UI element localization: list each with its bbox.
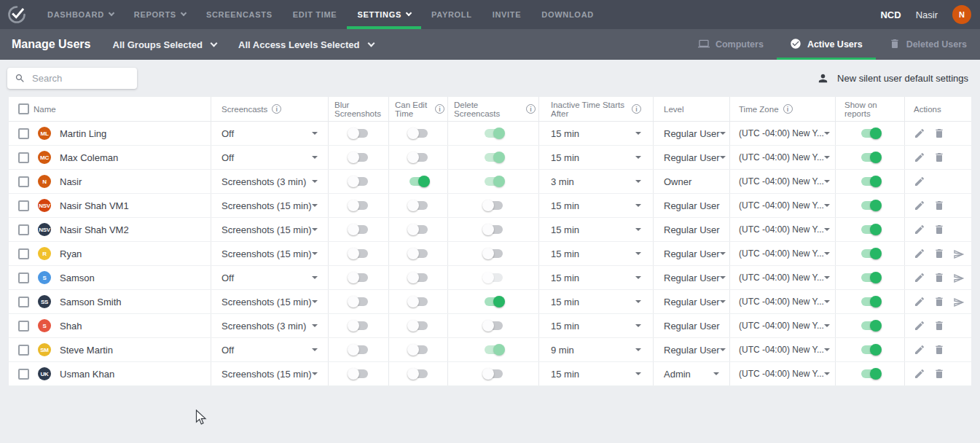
resend-invite-button[interactable]: [953, 296, 965, 307]
edit-user-button[interactable]: [914, 200, 925, 211]
row-checkbox[interactable]: [18, 224, 29, 235]
screencasts-dropdown[interactable]: Screenshots (3 min): [211, 170, 328, 193]
row-checkbox[interactable]: [18, 248, 29, 259]
can-edit-time-toggle[interactable]: [409, 345, 428, 354]
timezone-dropdown[interactable]: (UTC -04:00) New Y...: [729, 170, 835, 193]
blur-screenshots-toggle[interactable]: [350, 273, 368, 282]
inactive-time-dropdown[interactable]: 15 min: [538, 314, 653, 337]
search-input[interactable]: [32, 73, 127, 84]
edit-user-button[interactable]: [914, 368, 925, 380]
edit-user-button[interactable]: [914, 152, 925, 163]
search-box[interactable]: [7, 68, 137, 89]
nav-dashboard[interactable]: DASHBOARD: [37, 0, 124, 29]
delete-screencasts-toggle[interactable]: [485, 297, 503, 306]
row-checkbox[interactable]: [18, 321, 29, 332]
timezone-dropdown[interactable]: (UTC -04:00) New Y...: [729, 266, 835, 289]
info-icon[interactable]: i: [272, 104, 281, 114]
can-edit-time-toggle[interactable]: [409, 153, 428, 162]
edit-user-button[interactable]: [914, 344, 925, 356]
can-edit-time-toggle[interactable]: [409, 249, 428, 258]
timezone-dropdown[interactable]: (UTC -04:00) New Y...: [729, 146, 835, 169]
row-checkbox[interactable]: [18, 345, 29, 356]
inactive-time-dropdown[interactable]: 15 min: [538, 242, 653, 265]
timezone-dropdown[interactable]: (UTC -04:00) New Y...: [729, 338, 835, 361]
delete-screencasts-toggle[interactable]: [485, 153, 503, 162]
show-on-reports-toggle[interactable]: [861, 321, 879, 330]
inactive-time-dropdown[interactable]: 9 min: [538, 338, 653, 361]
nav-reports[interactable]: REPORTS: [124, 0, 196, 29]
inactive-time-dropdown[interactable]: 15 min: [538, 266, 653, 289]
inactive-time-dropdown[interactable]: 15 min: [538, 218, 653, 241]
nav-invite[interactable]: INVITE: [482, 0, 532, 29]
inactive-time-dropdown[interactable]: 15 min: [538, 122, 653, 145]
screencasts-dropdown[interactable]: Screenshots (3 min): [211, 314, 328, 337]
delete-user-button[interactable]: [933, 344, 945, 356]
screencasts-dropdown[interactable]: Screenshots (15 min): [211, 242, 328, 265]
delete-user-button[interactable]: [933, 248, 945, 259]
delete-user-button[interactable]: [933, 224, 945, 235]
inactive-time-dropdown[interactable]: 15 min: [538, 362, 653, 385]
level-dropdown[interactable]: Regular User: [653, 146, 729, 169]
can-edit-time-toggle[interactable]: [409, 297, 428, 306]
tab-deleted-users[interactable]: Deleted Users: [876, 29, 980, 60]
edit-user-button[interactable]: [914, 320, 925, 332]
new-silent-user-button[interactable]: New silent user default settings: [817, 72, 968, 85]
blur-screenshots-toggle[interactable]: [350, 129, 368, 138]
inactive-time-dropdown[interactable]: 15 min: [538, 146, 653, 169]
tab-active-users[interactable]: Active Users: [777, 29, 876, 60]
can-edit-time-toggle[interactable]: [409, 321, 428, 330]
edit-user-button[interactable]: [914, 128, 925, 139]
row-checkbox[interactable]: [18, 152, 29, 163]
nav-screencasts[interactable]: SCREENCASTS: [196, 0, 283, 29]
blur-screenshots-toggle[interactable]: [350, 345, 368, 354]
can-edit-time-toggle[interactable]: [409, 369, 428, 378]
inactive-time-dropdown[interactable]: 15 min: [538, 194, 653, 217]
screencasts-dropdown[interactable]: Screenshots (15 min): [211, 218, 328, 241]
nav-edit-time[interactable]: EDIT TIME: [283, 0, 348, 29]
info-icon[interactable]: i: [632, 104, 641, 114]
show-on-reports-toggle[interactable]: [861, 177, 879, 186]
nav-payroll[interactable]: PAYROLL: [421, 0, 482, 29]
show-on-reports-toggle[interactable]: [861, 201, 879, 210]
edit-user-button[interactable]: [914, 272, 925, 283]
can-edit-time-toggle[interactable]: [409, 273, 428, 282]
timezone-dropdown[interactable]: (UTC -04:00) New Y...: [729, 242, 835, 265]
delete-user-button[interactable]: [933, 368, 945, 380]
info-icon[interactable]: i: [526, 104, 536, 114]
show-on-reports-toggle[interactable]: [861, 297, 879, 306]
blur-screenshots-toggle[interactable]: [350, 201, 368, 210]
timezone-dropdown[interactable]: (UTC -04:00) New Y...: [729, 314, 835, 337]
edit-user-button[interactable]: [914, 224, 925, 235]
timezone-dropdown[interactable]: (UTC -04:00) New Y...: [729, 290, 835, 313]
show-on-reports-toggle[interactable]: [861, 225, 879, 234]
edit-user-button[interactable]: [914, 176, 925, 187]
show-on-reports-toggle[interactable]: [861, 153, 879, 162]
level-dropdown[interactable]: Regular User: [653, 338, 729, 361]
level-dropdown[interactable]: Admin: [653, 362, 729, 385]
level-dropdown[interactable]: Regular User: [653, 242, 729, 265]
delete-screencasts-toggle[interactable]: [485, 273, 503, 282]
delete-user-button[interactable]: [933, 200, 945, 211]
delete-screencasts-toggle[interactable]: [485, 249, 503, 258]
show-on-reports-toggle[interactable]: [861, 273, 879, 282]
info-icon[interactable]: i: [435, 104, 444, 114]
timezone-dropdown[interactable]: (UTC -04:00) New Y...: [729, 194, 835, 217]
screencasts-dropdown[interactable]: Off: [211, 122, 328, 145]
resend-invite-button[interactable]: [953, 272, 965, 283]
blur-screenshots-toggle[interactable]: [350, 249, 368, 258]
screencasts-dropdown[interactable]: Off: [211, 338, 328, 361]
can-edit-time-toggle[interactable]: [409, 129, 428, 138]
show-on-reports-toggle[interactable]: [861, 129, 879, 138]
delete-user-button[interactable]: [933, 152, 945, 163]
delete-user-button[interactable]: [933, 128, 945, 139]
row-checkbox[interactable]: [18, 369, 29, 380]
delete-screencasts-toggle[interactable]: [485, 345, 503, 354]
row-checkbox[interactable]: [18, 176, 29, 187]
can-edit-time-toggle[interactable]: [409, 225, 428, 234]
can-edit-time-toggle[interactable]: [409, 177, 428, 186]
screencasts-dropdown[interactable]: Screenshots (15 min): [211, 194, 328, 217]
can-edit-time-toggle[interactable]: [409, 201, 428, 210]
app-logo-icon[interactable]: [7, 5, 26, 24]
show-on-reports-toggle[interactable]: [861, 249, 879, 258]
current-user-name[interactable]: Nasir: [916, 9, 938, 20]
